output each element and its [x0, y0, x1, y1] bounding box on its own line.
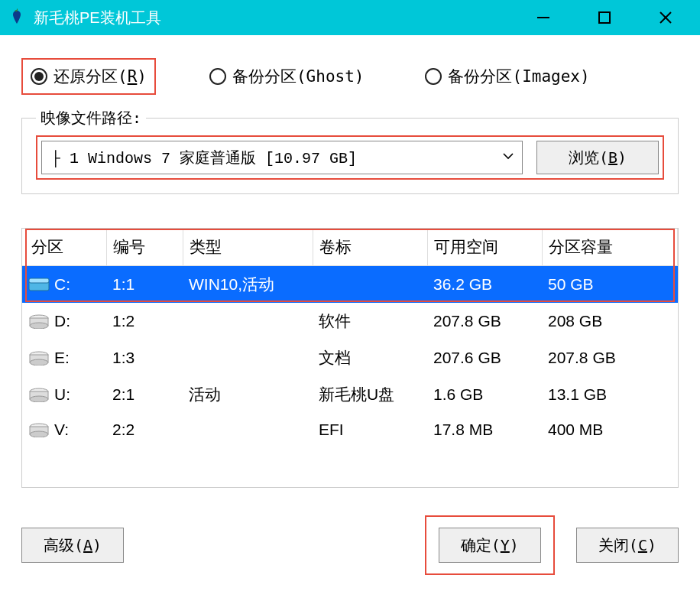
radio-restore-partition[interactable]: 还原分区(R)	[21, 58, 156, 95]
col-type[interactable]: 类型	[183, 229, 313, 266]
button-row: 高级(A) 确定(Y) 关闭(C)	[21, 515, 679, 575]
cell-capacity: 208 GB	[542, 303, 678, 339]
drive-letter: E:	[54, 349, 70, 367]
col-label[interactable]: 卷标	[313, 229, 427, 266]
cell-free: 207.8 GB	[427, 303, 542, 339]
cell-type	[183, 339, 313, 376]
cell-index: 1:2	[106, 303, 183, 339]
table-row[interactable]: U:2:1活动新毛桃U盘1.6 GB13.1 GB	[22, 376, 678, 413]
cell-type: WIN10,活动	[183, 266, 313, 304]
window-title: 新毛桃PE装机工具	[34, 8, 532, 28]
cell-free: 207.6 GB	[427, 339, 542, 376]
col-partition[interactable]: 分区	[22, 229, 106, 266]
highlight-box: 确定(Y)	[425, 515, 555, 575]
app-window: 新毛桃PE装机工具 还原分区(R) 备份分区(Ghost)	[0, 0, 700, 601]
image-path-combobox[interactable]: ├ 1 Windows 7 家庭普通版 [10.97 GB]	[41, 141, 523, 174]
radio-unchecked-icon	[425, 68, 442, 85]
content-area: 还原分区(R) 备份分区(Ghost) 备份分区(Imagex) 映像文件路径:…	[0, 35, 700, 601]
cell-capacity: 207.8 GB	[542, 339, 678, 376]
drive-letter: U:	[54, 385, 70, 404]
radio-checked-icon	[31, 68, 47, 85]
radio-unchecked-icon	[209, 68, 226, 85]
chevron-down-icon	[502, 150, 514, 166]
browse-button[interactable]: 浏览(B)	[536, 141, 659, 174]
svg-point-9	[30, 323, 48, 329]
image-path-value: ├ 1 Windows 7 家庭普通版 [10.97 GB]	[51, 148, 357, 168]
partition-table-wrap: 分区 编号 类型 卷标 可用空间 分区容量 C:1:1WIN10,活动36.2 …	[21, 228, 679, 488]
table-row[interactable]: C:1:1WIN10,活动36.2 GB50 GB	[22, 266, 678, 304]
advanced-button[interactable]: 高级(A)	[21, 528, 124, 563]
table-row[interactable]: V:2:2EFI17.8 MB400 MB	[22, 413, 678, 447]
drive-icon	[28, 277, 50, 292]
cell-free: 17.8 MB	[427, 413, 542, 447]
drive-letter: V:	[54, 421, 69, 439]
cell-capacity: 50 GB	[542, 266, 678, 304]
cell-index: 1:1	[106, 266, 183, 304]
svg-rect-2	[599, 12, 610, 23]
table-row[interactable]: D:1:2软件207.8 GB208 GB	[22, 303, 678, 339]
cell-free: 36.2 GB	[427, 266, 542, 304]
radio-backup-ghost[interactable]: 备份分区(Ghost)	[202, 60, 372, 93]
cell-type	[183, 413, 313, 447]
col-index[interactable]: 编号	[106, 229, 183, 266]
close-app-button[interactable]: 关闭(C)	[576, 528, 679, 563]
cell-label: 文档	[313, 339, 427, 376]
minimize-button[interactable]	[532, 6, 555, 29]
drive-icon	[28, 313, 50, 329]
ok-button[interactable]: 确定(Y)	[439, 528, 541, 563]
app-logo-icon	[8, 8, 26, 27]
svg-rect-6	[29, 278, 49, 283]
svg-point-0	[15, 10, 16, 11]
cell-free: 1.6 GB	[427, 376, 542, 413]
svg-point-18	[30, 431, 48, 437]
table-row[interactable]: E:1:3文档207.6 GB207.8 GB	[22, 339, 678, 376]
cell-label: 新毛桃U盘	[313, 376, 427, 413]
drive-letter: C:	[54, 275, 70, 294]
close-button[interactable]	[654, 6, 677, 29]
cell-label: EFI	[313, 413, 427, 447]
radio-backup-imagex[interactable]: 备份分区(Imagex)	[417, 60, 597, 93]
svg-point-15	[30, 396, 48, 402]
svg-point-12	[30, 359, 48, 365]
drive-icon	[28, 422, 50, 437]
drive-letter: D:	[54, 312, 70, 330]
maximize-button[interactable]	[593, 6, 616, 29]
image-path-fieldset: 映像文件路径: ├ 1 Windows 7 家庭普通版 [10.97 GB] 浏…	[21, 118, 679, 194]
drive-icon	[28, 387, 50, 402]
cell-capacity: 13.1 GB	[542, 376, 678, 413]
cell-index: 2:2	[106, 413, 183, 447]
col-free[interactable]: 可用空间	[427, 229, 542, 266]
col-capacity[interactable]: 分区容量	[542, 229, 678, 266]
cell-label: 软件	[313, 303, 427, 339]
cell-type	[183, 303, 313, 339]
cell-type: 活动	[183, 376, 313, 413]
partition-table: 分区 编号 类型 卷标 可用空间 分区容量 C:1:1WIN10,活动36.2 …	[22, 229, 678, 447]
cell-capacity: 400 MB	[542, 413, 678, 447]
cell-label	[313, 266, 427, 304]
cell-index: 1:3	[106, 339, 183, 376]
image-path-legend: 映像文件路径:	[36, 108, 146, 128]
table-header-row: 分区 编号 类型 卷标 可用空间 分区容量	[22, 229, 678, 266]
cell-index: 2:1	[106, 376, 183, 413]
titlebar: 新毛桃PE装机工具	[0, 0, 700, 35]
drive-icon	[28, 350, 50, 365]
mode-radio-group: 还原分区(R) 备份分区(Ghost) 备份分区(Imagex)	[21, 58, 679, 95]
